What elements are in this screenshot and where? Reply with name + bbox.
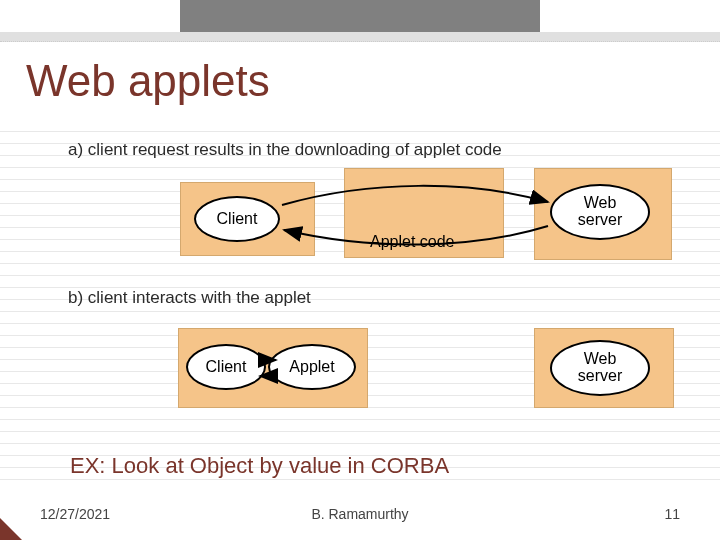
footer-date: 12/27/2021 <box>40 506 110 522</box>
caption-b: b) client interacts with the applet <box>68 288 311 308</box>
node-label-line2: server <box>578 368 622 385</box>
example-note: EX: Look at Object by value in CORBA <box>70 453 449 479</box>
node-b-applet: Applet <box>268 344 356 390</box>
node-b-client: Client <box>186 344 266 390</box>
node-label-line1: Web <box>584 351 617 368</box>
slide-title: Web applets <box>26 56 270 106</box>
caption-a: a) client request results in the downloa… <box>68 140 502 160</box>
top-separator <box>0 32 720 42</box>
title-bar-backdrop <box>180 0 540 36</box>
footer-page-number: 11 <box>664 506 680 522</box>
label-applet-code: Applet code <box>368 232 457 252</box>
node-b-server: Web server <box>550 340 650 396</box>
node-label-line1: Web <box>584 195 617 212</box>
node-label: Applet <box>289 358 334 376</box>
node-label: Client <box>217 210 258 228</box>
node-label-line2: server <box>578 212 622 229</box>
corner-decoration <box>0 518 22 540</box>
node-label: Client <box>206 358 247 376</box>
node-a-server: Web server <box>550 184 650 240</box>
node-a-client: Client <box>194 196 280 242</box>
footer-author: B. Ramamurthy <box>311 506 408 522</box>
